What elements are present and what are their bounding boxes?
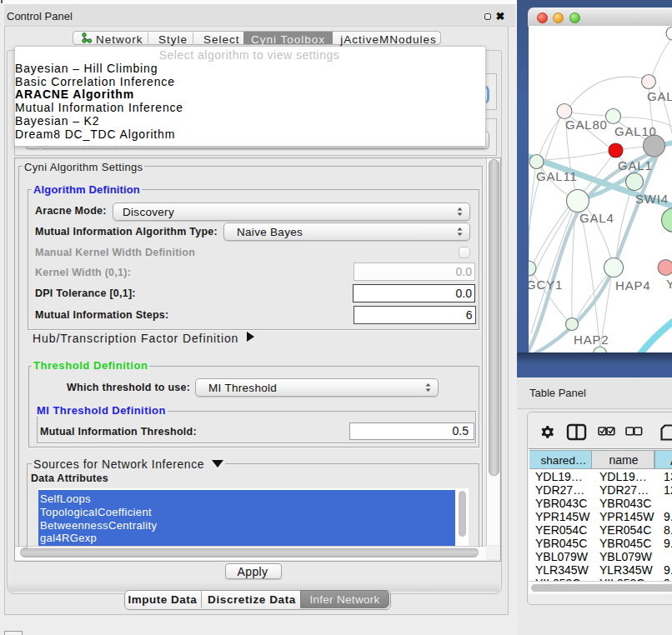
svg-text:GAL1: GAL1 (618, 158, 653, 172)
svg-text:GAL2: GAL2 (647, 89, 672, 103)
svg-text:GAL80: GAL80 (565, 118, 608, 132)
svg-text:GCY1: GCY1 (529, 278, 563, 292)
svg-text:HAP4: HAP4 (615, 278, 650, 292)
svg-text:HAP2: HAP2 (574, 332, 609, 347)
svg-text:GAL4: GAL4 (579, 211, 614, 225)
svg-text:SWI4: SWI4 (635, 192, 669, 206)
svg-text:GAL10: GAL10 (614, 124, 657, 138)
svg-text:GAL11: GAL11 (536, 169, 578, 183)
svg-text:Y: Y (666, 277, 672, 291)
